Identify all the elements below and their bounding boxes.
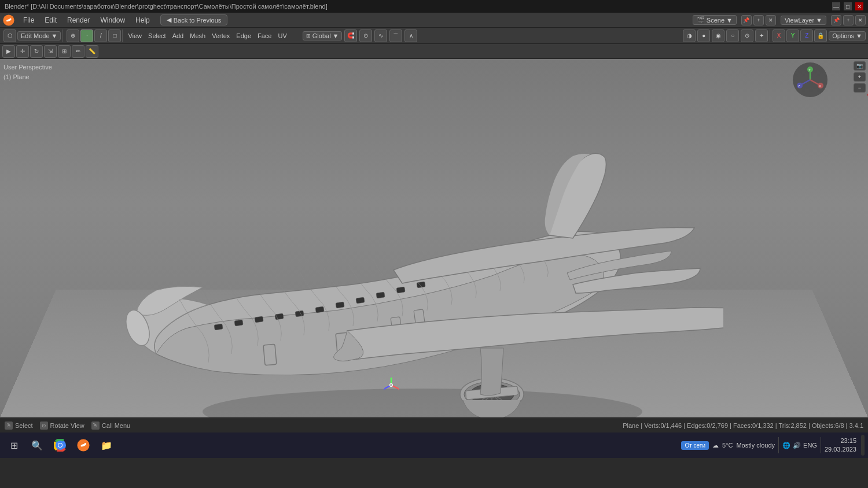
chevron-down-icon2: ▼ — [816, 17, 822, 24]
windows-icon: ⊞ — [10, 440, 18, 451]
back-to-previous-label: Back to Previous — [174, 17, 222, 24]
windows-taskbar: ⊞ 🔍 📁 От сети ☁ 5°C Mostly cloudy — [0, 432, 868, 458]
3d-viewport[interactable]: User Perspective (1) Plane — [0, 59, 868, 417]
select-status: 🖱 Select — [5, 422, 33, 430]
viewport-shade-solid[interactable]: ◑ — [683, 29, 696, 42]
back-to-previous-button[interactable]: ◀ Back to Previous — [160, 14, 228, 25]
network-notification-button[interactable]: От сети — [681, 441, 709, 450]
scene-remove-button[interactable]: ✕ — [766, 15, 776, 25]
edit-mode-dropdown[interactable]: Edit Mode ▼ — [17, 31, 61, 40]
toolbar-extra1[interactable]: ⌒ — [389, 29, 402, 42]
transform-tool[interactable]: ▶ — [2, 45, 15, 58]
select-menu[interactable]: Select — [146, 32, 168, 39]
mode-group: ⬡ Edit Mode ▼ — [2, 29, 62, 42]
search-button[interactable]: 🔍 — [27, 435, 47, 456]
add-menu[interactable]: Add — [170, 32, 186, 39]
y-axis-button[interactable]: Y — [786, 29, 799, 42]
scene-add-button[interactable]: + — [753, 15, 764, 25]
start-button[interactable]: ⊞ — [3, 435, 24, 456]
airplane-model — [87, 105, 723, 417]
viewport-shade-render[interactable]: ◉ — [712, 29, 724, 42]
camera-view-button[interactable]: 📷 — [854, 61, 866, 71]
zoom-out-button[interactable]: − — [854, 83, 866, 93]
x-axis-button[interactable]: X — [773, 29, 785, 42]
clock[interactable]: 23:15 29.03.2023 — [825, 437, 856, 454]
temperature: 5°C — [722, 442, 733, 449]
menu-file[interactable]: File — [19, 15, 39, 25]
edge-menu[interactable]: Edge — [234, 32, 253, 39]
overlay-button[interactable]: ⊙ — [741, 29, 753, 42]
transform-gizmo[interactable] — [382, 376, 400, 394]
viewport-shade-mat[interactable]: ● — [697, 29, 710, 42]
weather-description: Mostly cloudy — [736, 442, 775, 449]
edit-mode-label: Edit Mode — [21, 32, 50, 39]
mouse-middle-icon: ⊙ — [40, 422, 48, 430]
maximize-button[interactable]: □ — [844, 2, 852, 10]
object-mode-icon[interactable]: ⬡ — [3, 29, 16, 42]
face-select-button[interactable]: □ — [108, 29, 121, 42]
menu-help[interactable]: Help — [131, 15, 155, 25]
file-explorer-button[interactable]: 📁 — [96, 435, 117, 456]
svg-rect-8 — [275, 313, 284, 320]
proportional-edit-button[interactable]: ⊙ — [359, 29, 372, 42]
snap-button[interactable]: 🧲 — [344, 29, 357, 42]
menu-window[interactable]: Window — [95, 15, 130, 25]
select-label: Select — [15, 422, 33, 429]
svg-rect-13 — [376, 292, 385, 298]
minimize-button[interactable]: — — [832, 2, 840, 10]
xray-button[interactable]: ✦ — [755, 29, 768, 42]
svg-text:Y: Y — [808, 68, 811, 72]
svg-point-2 — [9, 18, 11, 20]
svg-rect-6 — [234, 320, 243, 326]
dropdown-arrow2: ▼ — [333, 32, 339, 39]
viewport-shade-wire[interactable]: ○ — [726, 29, 739, 42]
proportional-falloff-button[interactable]: ∿ — [374, 29, 387, 42]
move-tool[interactable]: ✛ — [16, 45, 29, 58]
status-bar: 🖱 Select ⊙ Rotate View 🖱 Call Menu Plane… — [0, 417, 868, 432]
svg-text:X: X — [819, 84, 821, 88]
viewport-info: User Perspective (1) Plane — [3, 62, 52, 82]
close-button[interactable]: ✕ — [855, 2, 863, 10]
viewlayer-dropdown[interactable]: ViewLayer ▼ — [781, 16, 826, 25]
edge-select-button[interactable]: / — [94, 29, 107, 42]
mesh-menu[interactable]: Mesh — [187, 32, 208, 39]
zoom-in-button[interactable]: + — [854, 72, 866, 82]
chevron-down-icon: ▼ — [726, 17, 733, 24]
options-label: Options — [832, 32, 854, 39]
menu-render[interactable]: Render — [62, 15, 94, 25]
window-controls: — □ ✕ — [832, 2, 863, 10]
measure-tool[interactable]: 📏 — [86, 45, 98, 58]
chrome-button[interactable] — [50, 435, 71, 456]
vertex-select-button[interactable]: · — [80, 29, 93, 42]
view-perspective-label: User Perspective — [3, 62, 52, 72]
viewlayer-add-button[interactable]: + — [843, 15, 854, 25]
scale-tool[interactable]: ⇲ — [44, 45, 57, 58]
blender-taskbar-button[interactable] — [73, 435, 94, 456]
annotate-tool[interactable]: ✏ — [72, 45, 84, 58]
weather-widget: ☁ 5°C Mostly cloudy — [712, 442, 775, 449]
rotate-label: Rotate View — [50, 422, 84, 429]
pivot-button[interactable]: ⊕ — [67, 29, 79, 42]
lock-axis-button[interactable]: 🔒 — [814, 29, 827, 42]
z-axis-button[interactable]: Z — [800, 29, 813, 42]
transform-combined[interactable]: ⊞ — [58, 45, 71, 58]
options-dropdown[interactable]: Options ▼ — [829, 31, 866, 40]
scene-dropdown[interactable]: 🎬 Scene ▼ — [693, 15, 737, 25]
viewlayer-remove-button[interactable]: ✕ — [855, 15, 866, 25]
vertex-menu[interactable]: Vertex — [209, 32, 232, 39]
viewport-axis-gizmo[interactable]: Y X Z — [793, 62, 827, 97]
menu-edit[interactable]: Edit — [40, 15, 61, 25]
uv-menu[interactable]: UV — [276, 32, 289, 39]
rotate-tool[interactable]: ↻ — [30, 45, 43, 58]
svg-point-3 — [203, 389, 642, 417]
toolbar-extra2[interactable]: ∧ — [404, 29, 417, 42]
view-menu[interactable]: View — [126, 32, 144, 39]
viewlayer-pin-button[interactable]: 📌 — [831, 15, 841, 25]
svg-rect-11 — [336, 302, 344, 308]
transform-space-dropdown[interactable]: ⊞ Global ▼ — [303, 31, 343, 40]
system-tray: 🌐 🔊 ENG — [782, 442, 817, 449]
window-title: Blender* [D:\All Documents\заработок\Ble… — [5, 3, 328, 10]
face-menu[interactable]: Face — [255, 32, 274, 39]
show-desktop-button[interactable] — [861, 435, 865, 456]
scene-pin-button[interactable]: 📌 — [741, 15, 752, 25]
